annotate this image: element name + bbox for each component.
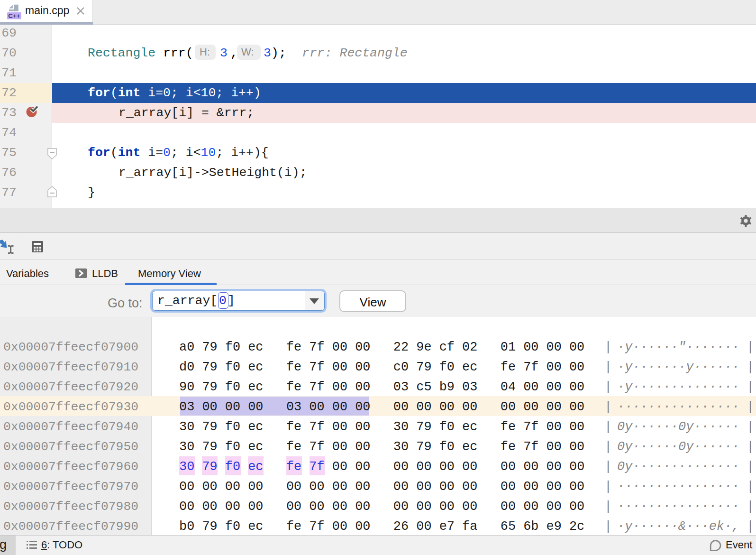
svg-text:C++: C++ — [8, 12, 20, 19]
